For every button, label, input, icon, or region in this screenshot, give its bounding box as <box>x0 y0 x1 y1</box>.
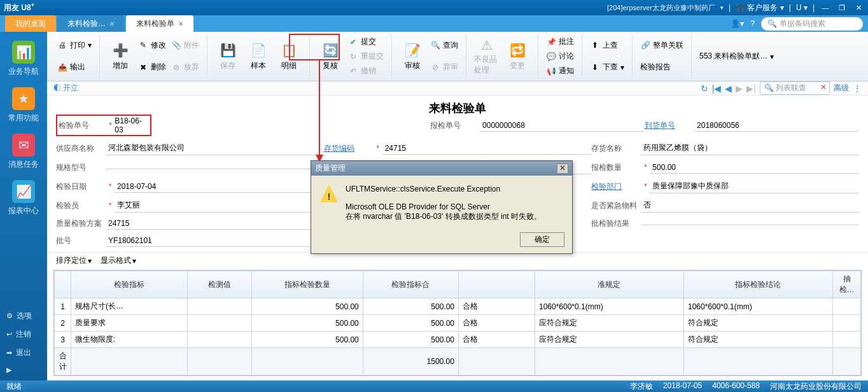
gys-value[interactable]: 河北森塑包装有限公司 <box>106 141 324 155</box>
status-ready: 就绪 <box>6 381 22 392</box>
left-nav: 📊业务导航 ★常用功能 ✉消息任务 📈报表中心 ⚙ 选项 ↩ 注销 ➡ 退出 ▶ <box>0 32 47 381</box>
ggxh-value[interactable] <box>106 166 324 169</box>
chmc-value[interactable]: 药用聚乙烯膜（袋） <box>641 141 859 155</box>
tab-list[interactable]: 来料检验…✕ <box>57 15 125 32</box>
jyrq-label: 检验日期 <box>56 181 106 192</box>
app-logo: 用友 U8+ <box>4 2 34 13</box>
query-button[interactable]: 🔍查询 <box>428 39 461 52</box>
down-button[interactable]: ⬇下查 ▾ <box>587 60 627 74</box>
ph-value[interactable]: YF18062101 <box>106 235 324 247</box>
table-row[interactable]: 2质量要求500.00500.00合格应符合规定符合规定 <box>55 315 861 332</box>
bjsl-value[interactable]: 500.00 <box>650 162 859 174</box>
status-bar: 就绪 李济敏 2018-07-05 4006-600-588 河南太龙药业股份有… <box>0 381 868 392</box>
advanced-link[interactable]: 高级 <box>834 83 849 94</box>
jyy-value[interactable]: 李艾丽 <box>115 199 324 213</box>
delete-button[interactable]: ✖删除 <box>136 60 169 74</box>
close-icon[interactable]: ✕ <box>109 20 115 27</box>
gys-label: 供应商名称 <box>56 143 106 154</box>
pjjg-value[interactable] <box>641 222 859 225</box>
save-button[interactable]: 💾保存 <box>213 34 243 78</box>
print-button[interactable]: 🖨打印 ▾ <box>55 39 94 52</box>
resubmit-button[interactable]: ↻重提交 <box>346 50 386 63</box>
link-button[interactable]: 🔗整单关联 <box>638 39 686 52</box>
nav-biz[interactable]: 📊业务导航 <box>0 36 47 82</box>
format-button[interactable]: 显示格式 ▾ <box>101 255 136 266</box>
jj-value[interactable]: 否 <box>641 199 859 213</box>
chbm-label[interactable]: 存货编码 <box>324 143 374 154</box>
default-button[interactable]: 553 来料检验单默… ▾ <box>697 50 776 63</box>
up-button[interactable]: ⬆上查 <box>587 39 627 52</box>
list-search[interactable]: 🔍 列表联查✕ <box>760 81 830 95</box>
nav-rpt[interactable]: 📈报表中心 <box>0 175 47 221</box>
bad-button[interactable]: ⚠不良品处理 <box>472 34 502 78</box>
report-button[interactable]: 检验报告 <box>638 60 686 74</box>
recheck-button[interactable]: 🔄复核 <box>315 34 346 78</box>
barcode-search[interactable]: 🔍 单据条码搜索 <box>761 17 863 31</box>
user-icon[interactable]: 👤▾ <box>731 19 744 28</box>
submit-button[interactable]: ✔提交 <box>346 35 386 48</box>
fa-value[interactable]: 24715 <box>106 218 324 230</box>
grid: 检验指标检测值 指标检验数量检验指标合 准规定指标检验结论 抽检… 1规格尺寸(… <box>53 270 862 376</box>
customer-service[interactable]: 🎧 客户服务 ▾ <box>736 3 784 13</box>
server-label[interactable]: [204]erpserver太龙药业豫中制药厂 <box>607 3 715 13</box>
nav-collapse[interactable]: ▶ <box>0 362 47 378</box>
dialog-title-bar[interactable]: 质量管理 ✕ <box>311 161 572 176</box>
restore-button[interactable]: ❐ <box>836 3 848 12</box>
sample-button[interactable]: 📄样本 <box>243 34 274 78</box>
jybm-label[interactable]: 检验部门 <box>591 181 641 192</box>
nav-logout[interactable]: ↩ 注销 <box>0 325 47 344</box>
tab-form[interactable]: 来料检验单✕ <box>126 15 193 32</box>
table-row[interactable]: 3微生物限度:500.00500.00合格应符合规定符合规定 <box>55 332 861 348</box>
dhdh-value[interactable]: 2018060056 <box>694 120 859 132</box>
refresh-icon[interactable]: ↻ <box>701 83 708 94</box>
nav-exit[interactable]: ➡ 退出 <box>0 344 47 362</box>
jyrq-value[interactable]: 2018-07-04 <box>115 181 324 193</box>
dialog-close-button[interactable]: ✕ <box>557 164 568 174</box>
last-icon[interactable]: ▶| <box>746 83 756 94</box>
tab-desktop[interactable]: 我的桌面 <box>5 15 56 32</box>
change-button[interactable]: 🔁变更 <box>502 34 533 78</box>
jydh-value: B18-06-03 <box>115 116 149 134</box>
close-icon[interactable]: ✕ <box>178 20 183 27</box>
jydh-label: 检验单号 <box>59 120 106 131</box>
chbm-value[interactable]: 24715 <box>382 143 592 155</box>
nav-fav[interactable]: ★常用功能 <box>0 82 47 129</box>
discuss-button[interactable]: 💬讨论 <box>543 50 577 63</box>
ribbon: 🖨打印 ▾ 📤输出 ➕增加 ✎修改 ✖删除 📎附件 ⊘放弃 💾保存 📄样本 📋明… <box>47 32 868 81</box>
chmc-label: 存货名称 <box>591 143 641 154</box>
nav-options[interactable]: ⚙ 选项 <box>0 307 47 325</box>
dialog-ok-button[interactable]: 确定 <box>520 232 564 247</box>
next-icon[interactable]: ▶ <box>736 83 743 94</box>
prev-icon[interactable]: ◀ <box>725 83 732 94</box>
approve-button[interactable]: 📌批注 <box>543 35 577 48</box>
dialog-message: UFLTMService::clsService.Execute Excepti… <box>346 185 542 222</box>
bjdh-value[interactable]: 0000000068 <box>480 120 645 132</box>
nav-msg[interactable]: ✉消息任务 <box>0 129 47 175</box>
attach-button[interactable]: 📎附件 <box>169 39 202 52</box>
modify-button[interactable]: ✎修改 <box>136 39 169 52</box>
close-button[interactable]: ✕ <box>853 3 864 12</box>
abandon-button[interactable]: ⊘放弃 <box>169 60 202 74</box>
minimize-button[interactable]: — <box>820 3 831 12</box>
help-icon[interactable]: ? <box>750 19 755 28</box>
tab-bar: 我的桌面 来料检验…✕ 来料检验单✕ 👤▾ ? 🔍 单据条码搜索 <box>0 15 868 32</box>
undo-button[interactable]: ↶撤销 <box>346 64 386 78</box>
more-icon[interactable]: ⋮ <box>853 83 862 94</box>
fa-label: 质量检验方案 <box>56 218 106 229</box>
grid-toolbar: 排序定位 ▾ 显示格式 ▾ <box>47 252 868 269</box>
add-button[interactable]: ➕增加 <box>105 34 136 78</box>
dhdh-label[interactable]: 到货单号 <box>645 120 694 131</box>
audit-button[interactable]: 📝审核 <box>397 34 428 78</box>
jybm-value[interactable]: 质量保障部豫中质保部 <box>650 179 859 193</box>
first-icon[interactable]: |◀ <box>712 83 722 94</box>
output-button[interactable]: 📤输出 <box>55 60 94 74</box>
notify-button[interactable]: 📢通知 <box>543 64 577 78</box>
sort-button[interactable]: 排序定位 ▾ <box>56 255 92 266</box>
qishen-button[interactable]: ⊘弃审 <box>428 60 461 74</box>
status-tel: 4006-600-588 <box>712 381 760 392</box>
u-icon[interactable]: U ▾ <box>796 3 808 12</box>
status-date: 2018-07-05 <box>663 381 702 392</box>
detail-button[interactable]: 📋明细 <box>274 34 304 78</box>
table-row[interactable]: 1规格尺寸(长…500.00500.00合格1060*600*0.1(mm)10… <box>55 298 861 315</box>
open-bar: ◐ 开立 ↻ |◀ ◀ ▶ ▶| 🔍 列表联查✕ 高级 ⋮ <box>47 81 868 95</box>
